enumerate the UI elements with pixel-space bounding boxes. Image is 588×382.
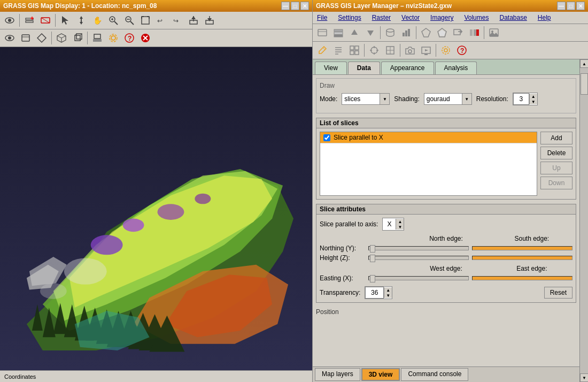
nviz-icon[interactable] bbox=[34, 30, 49, 45]
zoom-forward-icon[interactable]: ↪ bbox=[170, 13, 185, 28]
map-settings-icon[interactable] bbox=[18, 30, 33, 45]
scrollbar-up-btn[interactable]: ▲ bbox=[580, 59, 588, 68]
slice-checkbox-0[interactable] bbox=[323, 134, 330, 141]
fullscreen-icon[interactable] bbox=[383, 43, 398, 58]
up-arrow-icon[interactable] bbox=[347, 25, 362, 40]
down-arrow-icon[interactable] bbox=[363, 25, 378, 40]
zoom-back-icon[interactable]: ↩ bbox=[154, 13, 169, 28]
easting-slider-west[interactable] bbox=[368, 276, 469, 280]
height-slider-south[interactable] bbox=[472, 256, 572, 260]
shading-dropdown-arrow[interactable]: ▼ bbox=[462, 94, 471, 104]
shading-select[interactable]: gouraud ▼ bbox=[424, 93, 472, 105]
northing-thumb-north[interactable] bbox=[370, 245, 375, 253]
transparency-input[interactable]: 36 bbox=[365, 287, 384, 299]
tab-view[interactable]: View bbox=[315, 62, 347, 74]
easting-thumb-west[interactable] bbox=[370, 275, 375, 282]
cube-icon[interactable] bbox=[70, 30, 85, 45]
height-thumb-north[interactable] bbox=[370, 255, 375, 262]
bottom-tab-map-layers[interactable]: Map layers bbox=[315, 368, 360, 381]
menu-imagery[interactable]: Imagery bbox=[428, 13, 455, 22]
tab-data[interactable]: Data bbox=[348, 62, 380, 74]
height-slider-north[interactable] bbox=[368, 256, 469, 260]
northing-slider-north[interactable] bbox=[368, 246, 469, 250]
bottom-tab-command-console[interactable]: Command console bbox=[401, 368, 468, 381]
seq-icon[interactable] bbox=[467, 25, 482, 40]
menu-vector[interactable]: Vector bbox=[399, 13, 422, 22]
resolution-input[interactable]: 3 bbox=[513, 93, 529, 105]
left-titlebar-buttons[interactable]: — □ ✕ bbox=[281, 2, 309, 10]
nviz2-icon[interactable] bbox=[419, 25, 434, 40]
menu-database[interactable]: Database bbox=[497, 13, 529, 22]
menu-help[interactable]: Help bbox=[536, 13, 553, 22]
help2-icon[interactable]: ? bbox=[454, 43, 469, 58]
mode-dropdown-arrow[interactable]: ▼ bbox=[380, 94, 389, 104]
right-maximize-btn[interactable]: □ bbox=[567, 2, 575, 10]
layer-icon[interactable] bbox=[331, 25, 346, 40]
tab-analysis[interactable]: Analysis bbox=[435, 62, 477, 74]
transparency-spinner[interactable]: 36 ▲ ▼ bbox=[365, 286, 392, 299]
delete-slice-button[interactable]: Delete bbox=[540, 147, 572, 159]
resolution-down[interactable]: ▼ bbox=[530, 99, 537, 104]
axis-up[interactable]: ▲ bbox=[396, 219, 404, 224]
easting-slider-east[interactable] bbox=[472, 276, 572, 280]
settings2-icon[interactable] bbox=[106, 30, 121, 45]
pointer-icon[interactable] bbox=[58, 13, 73, 28]
animation-icon[interactable] bbox=[419, 43, 434, 58]
down-slice-button[interactable]: Down bbox=[540, 177, 572, 189]
zoom-extent-icon[interactable] bbox=[138, 13, 153, 28]
map-canvas[interactable] bbox=[0, 47, 312, 370]
list-icon[interactable] bbox=[331, 43, 346, 58]
zoom-out-icon[interactable] bbox=[122, 13, 137, 28]
reset-button[interactable]: Reset bbox=[544, 287, 572, 299]
resolution-up[interactable]: ▲ bbox=[530, 94, 537, 99]
digitize-icon[interactable] bbox=[90, 30, 105, 45]
import-icon[interactable] bbox=[202, 13, 217, 28]
export2-icon[interactable] bbox=[451, 25, 466, 40]
slice-list[interactable]: Slice parallel to X bbox=[320, 132, 537, 196]
3d-box-icon[interactable] bbox=[54, 30, 69, 45]
right-titlebar-buttons[interactable]: — □ ✕ bbox=[557, 2, 585, 10]
menu-file[interactable]: File bbox=[315, 13, 329, 22]
layers-add-icon[interactable] bbox=[22, 13, 37, 28]
northing-slider-south[interactable] bbox=[472, 246, 572, 250]
scrollbar-vertical[interactable]: ▲ ▼ bbox=[579, 59, 588, 382]
exit-icon[interactable] bbox=[138, 30, 153, 45]
add-slice-button[interactable]: Add bbox=[540, 132, 572, 144]
chart-icon[interactable] bbox=[399, 25, 414, 40]
axis-select[interactable]: X ▲ ▼ bbox=[382, 218, 404, 231]
mode-select[interactable]: slices ▼ bbox=[342, 93, 390, 105]
left-close-btn[interactable]: ✕ bbox=[300, 2, 309, 10]
left-maximize-btn[interactable]: □ bbox=[291, 2, 299, 10]
zoom-in-icon[interactable] bbox=[106, 13, 121, 28]
crosshair-icon[interactable] bbox=[367, 43, 382, 58]
eye-icon[interactable] bbox=[2, 13, 17, 28]
erase-icon[interactable] bbox=[38, 13, 53, 28]
pencil-icon[interactable] bbox=[315, 43, 330, 58]
right-minimize-btn[interactable]: — bbox=[557, 2, 566, 10]
menu-raster[interactable]: Raster bbox=[370, 13, 393, 22]
db-icon[interactable] bbox=[383, 25, 398, 40]
right-close-btn[interactable]: ✕ bbox=[576, 2, 585, 10]
menu-volumes[interactable]: Volumes bbox=[462, 13, 491, 22]
transparency-up[interactable]: ▲ bbox=[384, 287, 392, 293]
export-icon[interactable] bbox=[186, 13, 201, 28]
axis-down[interactable]: ▼ bbox=[396, 224, 404, 230]
add-map-icon[interactable] bbox=[315, 25, 330, 40]
render-icon[interactable] bbox=[435, 25, 450, 40]
export-image-icon[interactable] bbox=[486, 25, 501, 40]
pan-icon[interactable] bbox=[74, 13, 89, 28]
up-slice-button[interactable]: Up bbox=[540, 162, 572, 174]
help-icon[interactable]: ? bbox=[122, 30, 137, 45]
eye2-icon[interactable] bbox=[2, 30, 17, 45]
left-minimize-btn[interactable]: — bbox=[281, 2, 290, 10]
camera-icon[interactable] bbox=[403, 43, 417, 58]
gear-icon[interactable] bbox=[438, 43, 453, 58]
menu-settings[interactable]: Settings bbox=[336, 13, 363, 22]
grid-icon[interactable] bbox=[347, 43, 362, 58]
move-icon[interactable]: ✋ bbox=[90, 13, 105, 28]
tab-appearance[interactable]: Appearance bbox=[381, 62, 434, 74]
transparency-down[interactable]: ▼ bbox=[384, 293, 392, 298]
scrollbar-thumb[interactable] bbox=[581, 73, 588, 95]
slice-item-0[interactable]: Slice parallel to X bbox=[320, 132, 537, 143]
scrollbar-down-btn[interactable]: ▼ bbox=[580, 373, 588, 382]
